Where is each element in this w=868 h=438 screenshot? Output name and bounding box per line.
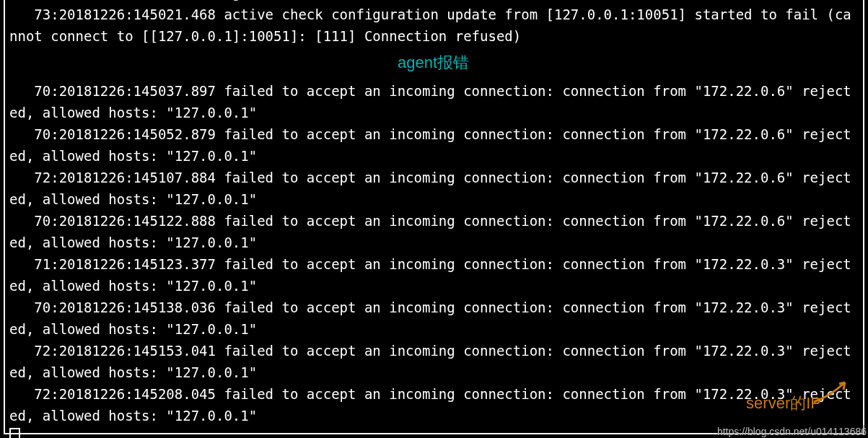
log-line: 72:20181226:145153.041 failed to accept …: [9, 340, 857, 383]
log-line: 70:20181226:145052.879 failed to accept …: [9, 123, 857, 167]
log-line: 70:20181226:145122.888 failed to accept …: [9, 210, 857, 253]
annotation-server-ip: server的IP: [746, 393, 821, 414]
log-line: 73:20181226:145021.468 active check conf…: [9, 4, 857, 47]
log-line: 72:20181226:145107.884 failed to accept …: [9, 167, 857, 210]
log-block-bottom: 70:20181226:145037.897 failed to accept …: [9, 80, 857, 426]
log-block-top: 73:20181226:145021.468 agent #9 started …: [9, 0, 857, 47]
log-line: 72:20181226:145208.045 failed to accept …: [9, 383, 857, 426]
terminal-window[interactable]: 73:20181226:145021.468 agent #9 started …: [4, 0, 864, 434]
watermark-text: https://blog.csdn.net/u014113686: [717, 425, 867, 438]
log-line: 71:20181226:145123.377 failed to accept …: [9, 253, 857, 297]
log-line: 70:20181226:145037.897 failed to accept …: [9, 80, 857, 123]
caption-agent-error: agent报错: [9, 47, 857, 80]
terminal-cursor: [9, 428, 20, 439]
log-line: 70:20181226:145138.036 failed to accept …: [9, 297, 857, 340]
